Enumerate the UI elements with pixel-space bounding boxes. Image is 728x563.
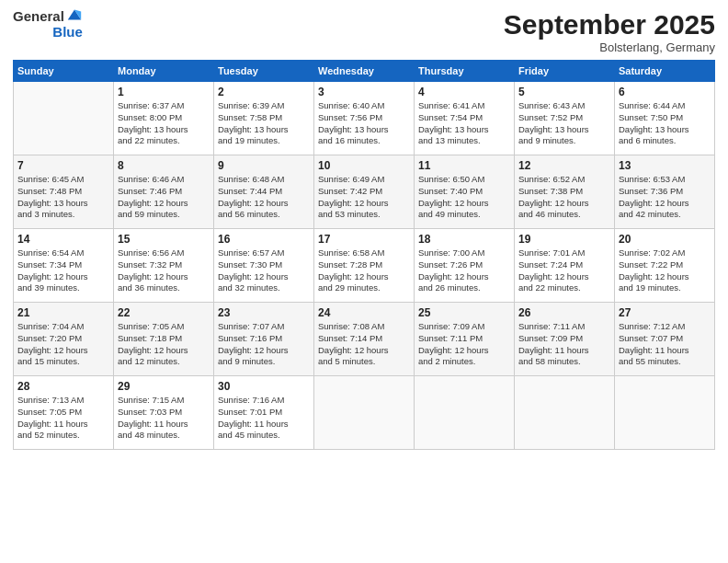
calendar-cell — [615, 376, 715, 450]
day-number: 1 — [118, 86, 210, 98]
calendar-cell: 2Sunrise: 6:39 AM Sunset: 7:58 PM Daylig… — [214, 82, 314, 155]
day-number: 27 — [619, 306, 711, 319]
calendar-header-row: Sunday Monday Tuesday Wednesday Thursday… — [14, 61, 715, 82]
calendar-cell: 11Sunrise: 6:50 AM Sunset: 7:40 PM Dayli… — [415, 155, 515, 229]
day-number: 28 — [17, 380, 109, 393]
calendar-cell: 24Sunrise: 7:08 AM Sunset: 7:14 PM Dayli… — [314, 303, 415, 376]
day-number: 22 — [118, 306, 210, 319]
day-detail: Sunrise: 7:09 AM Sunset: 7:11 PM Dayligh… — [418, 321, 510, 368]
day-number: 19 — [518, 233, 610, 246]
calendar-week-row: 1Sunrise: 6:37 AM Sunset: 8:00 PM Daylig… — [14, 82, 715, 155]
col-monday: Monday — [114, 61, 214, 82]
day-number: 20 — [619, 233, 711, 246]
month-title: September 2025 — [504, 9, 715, 40]
day-detail: Sunrise: 7:11 AM Sunset: 7:09 PM Dayligh… — [518, 321, 610, 368]
day-detail: Sunrise: 6:50 AM Sunset: 7:40 PM Dayligh… — [418, 174, 510, 221]
day-detail: Sunrise: 7:07 AM Sunset: 7:16 PM Dayligh… — [218, 321, 310, 368]
col-friday: Friday — [515, 61, 615, 82]
day-number: 24 — [318, 306, 410, 319]
calendar-cell: 20Sunrise: 7:02 AM Sunset: 7:22 PM Dayli… — [615, 229, 715, 303]
calendar-cell: 3Sunrise: 6:40 AM Sunset: 7:56 PM Daylig… — [314, 82, 415, 155]
calendar-cell — [515, 376, 615, 450]
calendar-cell: 10Sunrise: 6:49 AM Sunset: 7:42 PM Dayli… — [314, 155, 415, 229]
day-number: 13 — [619, 159, 711, 172]
calendar-cell: 22Sunrise: 7:05 AM Sunset: 7:18 PM Dayli… — [114, 303, 214, 376]
calendar-week-row: 28Sunrise: 7:13 AM Sunset: 7:05 PM Dayli… — [14, 376, 715, 450]
calendar-cell: 19Sunrise: 7:01 AM Sunset: 7:24 PM Dayli… — [515, 229, 615, 303]
logo-icon — [66, 6, 83, 23]
calendar-cell: 23Sunrise: 7:07 AM Sunset: 7:16 PM Dayli… — [214, 303, 314, 376]
calendar-cell: 26Sunrise: 7:11 AM Sunset: 7:09 PM Dayli… — [515, 303, 615, 376]
page: General Blue September 2025 Bolsterlang,… — [0, 0, 728, 563]
calendar-cell: 21Sunrise: 7:04 AM Sunset: 7:20 PM Dayli… — [14, 303, 114, 376]
day-number: 18 — [418, 233, 510, 246]
calendar-cell: 1Sunrise: 6:37 AM Sunset: 8:00 PM Daylig… — [114, 82, 214, 155]
day-detail: Sunrise: 6:58 AM Sunset: 7:28 PM Dayligh… — [318, 247, 410, 294]
day-number: 30 — [218, 380, 310, 393]
day-number: 26 — [518, 306, 610, 319]
col-thursday: Thursday — [415, 61, 515, 82]
subtitle: Bolsterlang, Germany — [504, 40, 715, 54]
logo-blue-text: Blue — [52, 25, 83, 40]
day-number: 16 — [218, 233, 310, 246]
day-detail: Sunrise: 7:05 AM Sunset: 7:18 PM Dayligh… — [118, 321, 210, 368]
header: General Blue September 2025 Bolsterlang,… — [13, 9, 715, 54]
day-number: 2 — [218, 86, 310, 98]
day-detail: Sunrise: 6:49 AM Sunset: 7:42 PM Dayligh… — [318, 174, 410, 221]
day-number: 17 — [318, 233, 410, 246]
day-detail: Sunrise: 6:53 AM Sunset: 7:36 PM Dayligh… — [619, 174, 711, 221]
calendar-cell — [314, 376, 415, 450]
calendar-week-row: 7Sunrise: 6:45 AM Sunset: 7:48 PM Daylig… — [14, 155, 715, 229]
day-detail: Sunrise: 7:16 AM Sunset: 7:01 PM Dayligh… — [218, 395, 310, 442]
day-number: 5 — [518, 86, 610, 98]
day-number: 29 — [118, 380, 210, 393]
calendar-cell: 25Sunrise: 7:09 AM Sunset: 7:11 PM Dayli… — [415, 303, 515, 376]
day-number: 10 — [318, 159, 410, 172]
calendar-cell — [415, 376, 515, 450]
calendar-cell — [14, 82, 114, 155]
day-number: 7 — [17, 159, 109, 172]
calendar-cell: 6Sunrise: 6:44 AM Sunset: 7:50 PM Daylig… — [615, 82, 715, 155]
calendar-cell: 4Sunrise: 6:41 AM Sunset: 7:54 PM Daylig… — [415, 82, 515, 155]
day-number: 21 — [17, 306, 109, 319]
col-wednesday: Wednesday — [314, 61, 415, 82]
calendar-week-row: 14Sunrise: 6:54 AM Sunset: 7:34 PM Dayli… — [14, 229, 715, 303]
day-detail: Sunrise: 6:57 AM Sunset: 7:30 PM Dayligh… — [218, 247, 310, 294]
day-detail: Sunrise: 7:15 AM Sunset: 7:03 PM Dayligh… — [118, 395, 210, 442]
day-number: 4 — [418, 86, 510, 98]
col-saturday: Saturday — [615, 61, 715, 82]
day-number: 9 — [218, 159, 310, 172]
calendar-cell: 29Sunrise: 7:15 AM Sunset: 7:03 PM Dayli… — [114, 376, 214, 450]
day-detail: Sunrise: 6:48 AM Sunset: 7:44 PM Dayligh… — [218, 174, 310, 221]
day-detail: Sunrise: 7:04 AM Sunset: 7:20 PM Dayligh… — [17, 321, 109, 368]
day-detail: Sunrise: 7:00 AM Sunset: 7:26 PM Dayligh… — [418, 247, 510, 294]
day-detail: Sunrise: 6:56 AM Sunset: 7:32 PM Dayligh… — [118, 247, 210, 294]
calendar-cell: 13Sunrise: 6:53 AM Sunset: 7:36 PM Dayli… — [615, 155, 715, 229]
day-detail: Sunrise: 6:41 AM Sunset: 7:54 PM Dayligh… — [418, 100, 510, 147]
day-detail: Sunrise: 7:08 AM Sunset: 7:14 PM Dayligh… — [318, 321, 410, 368]
calendar-cell: 17Sunrise: 6:58 AM Sunset: 7:28 PM Dayli… — [314, 229, 415, 303]
calendar-cell: 28Sunrise: 7:13 AM Sunset: 7:05 PM Dayli… — [14, 376, 114, 450]
calendar-cell: 30Sunrise: 7:16 AM Sunset: 7:01 PM Dayli… — [214, 376, 314, 450]
day-detail: Sunrise: 6:45 AM Sunset: 7:48 PM Dayligh… — [17, 174, 109, 221]
calendar-cell: 8Sunrise: 6:46 AM Sunset: 7:46 PM Daylig… — [114, 155, 214, 229]
col-tuesday: Tuesday — [214, 61, 314, 82]
calendar-cell: 15Sunrise: 6:56 AM Sunset: 7:32 PM Dayli… — [114, 229, 214, 303]
logo: General Blue — [13, 9, 83, 40]
col-sunday: Sunday — [14, 61, 114, 82]
calendar-cell: 5Sunrise: 6:43 AM Sunset: 7:52 PM Daylig… — [515, 82, 615, 155]
day-number: 25 — [418, 306, 510, 319]
calendar-cell: 16Sunrise: 6:57 AM Sunset: 7:30 PM Dayli… — [214, 229, 314, 303]
day-detail: Sunrise: 6:37 AM Sunset: 8:00 PM Dayligh… — [118, 100, 210, 147]
day-detail: Sunrise: 7:12 AM Sunset: 7:07 PM Dayligh… — [619, 321, 711, 368]
calendar-cell: 12Sunrise: 6:52 AM Sunset: 7:38 PM Dayli… — [515, 155, 615, 229]
day-number: 8 — [118, 159, 210, 172]
day-detail: Sunrise: 7:13 AM Sunset: 7:05 PM Dayligh… — [17, 395, 109, 442]
day-number: 15 — [118, 233, 210, 246]
day-detail: Sunrise: 6:43 AM Sunset: 7:52 PM Dayligh… — [518, 100, 610, 147]
title-block: September 2025 Bolsterlang, Germany — [504, 9, 715, 54]
day-number: 6 — [619, 86, 711, 98]
day-number: 14 — [17, 233, 109, 246]
day-number: 11 — [418, 159, 510, 172]
day-detail: Sunrise: 6:46 AM Sunset: 7:46 PM Dayligh… — [118, 174, 210, 221]
